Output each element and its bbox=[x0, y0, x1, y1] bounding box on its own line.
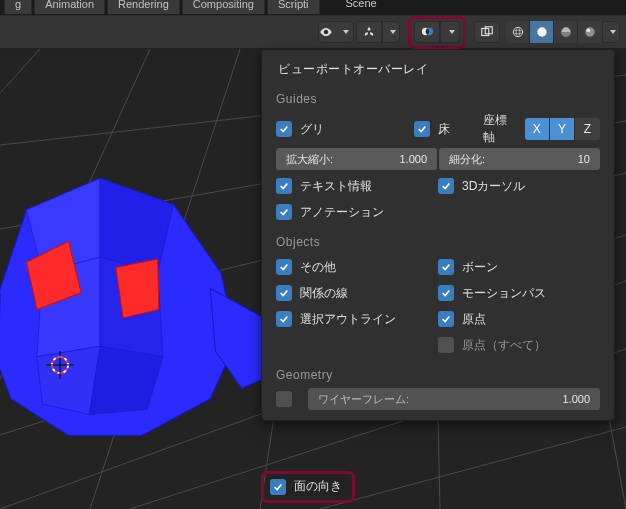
svg-point-9 bbox=[538, 29, 542, 33]
material-sphere-icon bbox=[559, 25, 573, 39]
face-orientation-checkbox[interactable] bbox=[270, 479, 286, 495]
shading-solid-button[interactable] bbox=[530, 21, 554, 43]
solid-sphere-icon bbox=[535, 25, 549, 39]
overlays-dropdown-button[interactable] bbox=[440, 21, 460, 43]
wireframe-checkbox[interactable] bbox=[276, 391, 292, 407]
svg-marker-37 bbox=[116, 259, 159, 318]
shading-matprev-button[interactable] bbox=[554, 21, 578, 43]
tab-scripting[interactable]: Scripti bbox=[267, 0, 320, 14]
shading-dropdown-button[interactable] bbox=[602, 21, 620, 43]
guides-section-label: Guides bbox=[276, 92, 600, 106]
viewport-shading-group bbox=[506, 21, 602, 43]
bones-label: ボーン bbox=[462, 259, 498, 276]
svg-point-12 bbox=[586, 28, 590, 32]
viewport-overlays-popover: ビューポートオーバーレイ Guides グリ 床 座標軸 X Y Z 拡大縮小:… bbox=[261, 49, 615, 421]
overlays-toggle-button[interactable] bbox=[414, 21, 440, 43]
scale-field[interactable]: 拡大縮小: 1.000 bbox=[276, 148, 437, 170]
annotations-label: アノテーション bbox=[300, 204, 384, 221]
tab-rendering[interactable]: Rendering bbox=[107, 0, 180, 14]
axis-z-button[interactable]: Z bbox=[575, 118, 600, 140]
axes-button-group: X Y Z bbox=[525, 118, 600, 140]
gizmo-icon bbox=[362, 25, 376, 39]
floor-checkbox[interactable] bbox=[414, 121, 430, 137]
axes-label: 座標軸 bbox=[483, 112, 513, 146]
rendered-sphere-icon bbox=[583, 25, 597, 39]
svg-point-0 bbox=[325, 31, 327, 33]
face-orientation-highlight-box: 面の向き bbox=[261, 471, 355, 503]
text-info-label: テキスト情報 bbox=[300, 178, 372, 195]
relationship-lines-checkbox[interactable] bbox=[276, 285, 292, 301]
overlays-icon bbox=[420, 24, 435, 39]
chevron-down-icon bbox=[390, 30, 396, 34]
svg-point-6 bbox=[513, 30, 522, 34]
scene-label: Scene bbox=[336, 0, 387, 13]
axis-y-button[interactable]: Y bbox=[550, 118, 575, 140]
tab-animation[interactable]: Animation bbox=[34, 0, 105, 14]
floor-label: 床 bbox=[438, 121, 450, 138]
viewport-header bbox=[0, 15, 626, 49]
gizmo-dropdown-button[interactable] bbox=[382, 21, 400, 43]
workspace-tabs: g Animation Rendering Compositing Script… bbox=[0, 0, 626, 16]
svg-point-11 bbox=[585, 27, 594, 36]
gizmo-toggle-button[interactable] bbox=[356, 21, 382, 43]
bones-checkbox[interactable] bbox=[438, 259, 454, 275]
face-orientation-label: 面の向き bbox=[294, 478, 342, 495]
origins-label: 原点 bbox=[462, 311, 486, 328]
chevron-down-icon bbox=[610, 30, 616, 34]
xray-toggle-button[interactable] bbox=[474, 21, 500, 43]
object-visibility-dropdown[interactable] bbox=[318, 21, 354, 43]
tab-compositing[interactable]: Compositing bbox=[182, 0, 265, 14]
text-info-checkbox[interactable] bbox=[276, 178, 292, 194]
shading-wireframe-button[interactable] bbox=[506, 21, 530, 43]
shading-rendered-button[interactable] bbox=[578, 21, 602, 43]
annotations-checkbox[interactable] bbox=[276, 204, 292, 220]
origins-all-checkbox[interactable] bbox=[438, 337, 454, 353]
origins-checkbox[interactable] bbox=[438, 311, 454, 327]
grid-checkbox[interactable] bbox=[276, 121, 292, 137]
svg-point-42 bbox=[59, 364, 62, 367]
motion-paths-label: モーションパス bbox=[462, 285, 546, 302]
wireframe-slider[interactable]: ワイヤーフレーム: 1.000 bbox=[308, 388, 600, 410]
objects-section-label: Objects bbox=[276, 235, 600, 249]
outline-selected-label: 選択アウトライン bbox=[300, 311, 396, 328]
svg-point-7 bbox=[516, 27, 520, 36]
grid-label: グリ bbox=[300, 121, 324, 138]
origins-all-label: 原点（すべて） bbox=[462, 337, 546, 354]
overlays-highlight-box bbox=[408, 16, 466, 49]
svg-point-5 bbox=[513, 27, 522, 36]
popover-title: ビューポートオーバーレイ bbox=[278, 61, 600, 78]
extras-label: その他 bbox=[300, 259, 336, 276]
geometry-section-label: Geometry bbox=[276, 368, 600, 382]
chevron-down-icon bbox=[449, 30, 455, 34]
relationship-lines-label: 関係の線 bbox=[300, 285, 348, 302]
subdivisions-field[interactable]: 細分化: 10 bbox=[439, 148, 600, 170]
svg-marker-34 bbox=[37, 346, 100, 414]
xray-icon bbox=[480, 25, 494, 39]
3d-cursor-label: 3Dカーソル bbox=[462, 178, 525, 195]
wire-sphere-icon bbox=[511, 25, 525, 39]
outline-selected-checkbox[interactable] bbox=[276, 311, 292, 327]
3d-cursor-checkbox[interactable] bbox=[438, 178, 454, 194]
eye-icon bbox=[319, 25, 333, 39]
extras-checkbox[interactable] bbox=[276, 259, 292, 275]
motion-paths-checkbox[interactable] bbox=[438, 285, 454, 301]
chevron-down-icon bbox=[343, 30, 349, 34]
tab-modeling[interactable]: g bbox=[4, 0, 32, 14]
svg-point-8 bbox=[537, 27, 546, 36]
axis-x-button[interactable]: X bbox=[525, 118, 550, 140]
